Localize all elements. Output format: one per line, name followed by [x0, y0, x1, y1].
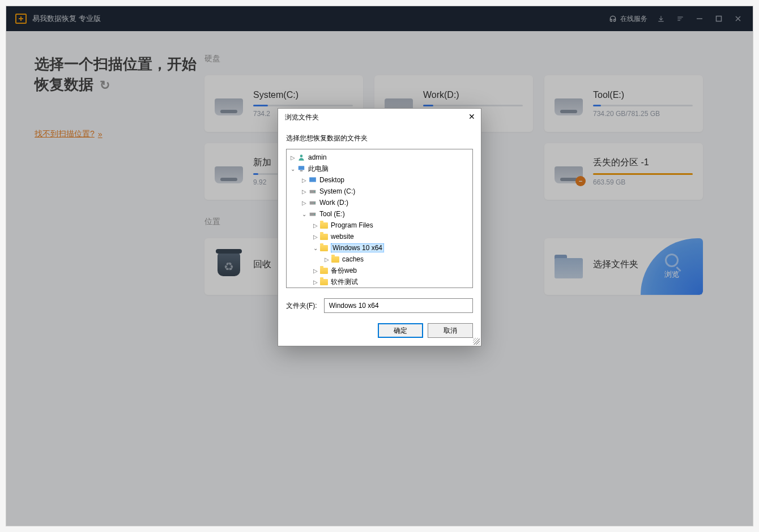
desktop-icon [308, 176, 317, 184]
dialog-input-row: 文件夹(F): [278, 288, 481, 319]
browse-folder-dialog: 浏览文件夹 ✕ 选择您想恢复数据的文件夹 ▷admin ⌄此电脑 ▷Deskto… [278, 108, 481, 346]
tree-scroll[interactable]: ▷admin ⌄此电脑 ▷Desktop ▷System (C:) ▷Work … [287, 149, 472, 288]
svg-point-10 [314, 214, 315, 215]
folder-tree: ▷admin ⌄此电脑 ▷Desktop ▷System (C:) ▷Work … [286, 149, 473, 288]
tree-item-caches[interactable]: ▷caches [287, 254, 472, 265]
tree-item-win10x64[interactable]: ⌄Windows 10 x64 [287, 242, 472, 254]
tree-item-website[interactable]: ▷website [287, 231, 472, 242]
svg-rect-3 [300, 170, 303, 171]
dialog-buttons: 确定 取消 [278, 319, 481, 346]
tree-item-thispc[interactable]: ⌄此电脑 [287, 163, 472, 174]
folder-icon [319, 233, 329, 241]
folder-icon [331, 255, 340, 263]
svg-rect-2 [299, 166, 305, 170]
folder-input-label: 文件夹(F): [286, 301, 317, 311]
tree-item-desktop[interactable]: ▷Desktop [287, 174, 472, 186]
dialog-close-button[interactable]: ✕ [468, 112, 475, 121]
folder-icon [319, 267, 329, 274]
svg-rect-4 [309, 177, 316, 182]
cancel-button[interactable]: 取消 [428, 323, 473, 338]
pc-icon [297, 165, 306, 173]
tree-item-workd[interactable]: ▷Work (D:) [287, 197, 472, 208]
dialog-subtitle: 选择您想恢复数据的文件夹 [278, 126, 481, 149]
tree-item-softwaretest[interactable]: ▷软件测试 [287, 276, 472, 288]
tree-item-admin[interactable]: ▷admin [287, 152, 472, 163]
svg-point-8 [314, 203, 315, 204]
drive-icon [308, 187, 317, 195]
user-icon [297, 153, 306, 161]
svg-point-1 [300, 155, 303, 157]
drive-icon [308, 210, 317, 218]
tree-item-backupweb[interactable]: ▷备份web [287, 265, 472, 276]
app-window: 易我数据恢复 专业版 在线服务 选择一个扫描位置，开始恢复数据 ↻ 找不到扫描位… [6, 6, 753, 526]
tree-item-toole[interactable]: ⌄Tool (E:) [287, 208, 472, 220]
folder-icon [319, 278, 329, 286]
tree-item-program-files[interactable]: ▷Program Files [287, 220, 472, 231]
ok-button[interactable]: 确定 [378, 323, 423, 338]
folder-icon [319, 221, 329, 229]
tree-item-systemc[interactable]: ▷System (C:) [287, 186, 472, 197]
dialog-title: 浏览文件夹 [278, 109, 481, 126]
drive-icon [308, 199, 317, 207]
resize-handle[interactable] [473, 338, 480, 345]
folder-input[interactable] [324, 298, 473, 313]
modal-overlay: 浏览文件夹 ✕ 选择您想恢复数据的文件夹 ▷admin ⌄此电脑 ▷Deskto… [6, 6, 753, 526]
svg-point-6 [314, 191, 315, 192]
folder-icon [319, 244, 329, 252]
